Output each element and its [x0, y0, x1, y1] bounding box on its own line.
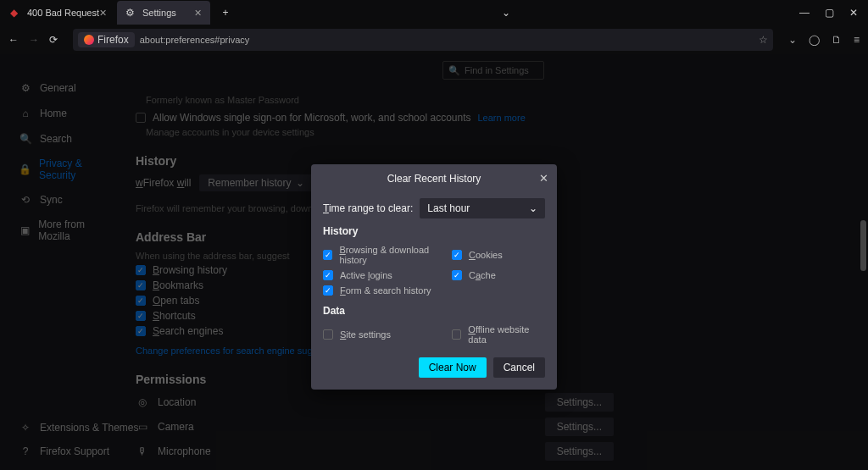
sidebar-item-search[interactable]: 🔍Search: [19, 132, 110, 146]
tabs-dropdown[interactable]: ⌄: [502, 7, 510, 19]
find-placeholder: Find in Settings: [465, 65, 529, 75]
tab-bad-request[interactable]: ◆ 400 Bad Request ✕: [2, 1, 115, 25]
new-tab-button[interactable]: +: [215, 3, 236, 23]
sidebar-item-sync[interactable]: ⟲Sync: [19, 193, 110, 207]
forward-button: →: [29, 34, 39, 46]
sidebar-item-more[interactable]: ▣More from Mozilla: [19, 218, 110, 242]
history-subheading: History: [323, 225, 545, 237]
chk-offline[interactable]: [452, 329, 461, 340]
tab-settings[interactable]: ⚙ Settings ✕: [117, 1, 210, 25]
chevron-down-icon: ⌄: [529, 202, 537, 214]
pocket-icon[interactable]: ⌄: [788, 34, 797, 46]
sync-icon: ⟲: [19, 193, 32, 207]
data-subheading: Data: [323, 305, 545, 317]
search-icon: 🔍: [448, 65, 460, 76]
url-identity: Firefox: [78, 32, 135, 47]
clear-history-dialog: Clear Recent History ✕ Time range to cle…: [311, 164, 557, 390]
back-button[interactable]: ←: [8, 34, 19, 46]
mozilla-icon: ▣: [19, 224, 31, 237]
location-settings-button[interactable]: Settings...: [545, 393, 614, 412]
chk-browsing[interactable]: [323, 250, 332, 260]
sso-checkbox[interactable]: [136, 113, 146, 123]
close-window-icon[interactable]: ✕: [849, 7, 858, 19]
ab-searchengines-checkbox[interactable]: [136, 326, 146, 336]
gear-icon: ⚙: [19, 81, 32, 95]
firefox-icon: [84, 35, 94, 45]
navbar: ← → ⟳ Firefox about:preferences#privacy …: [0, 25, 868, 54]
ab-shortcuts-checkbox[interactable]: [136, 311, 146, 321]
tab-label: 400 Bad Request: [27, 8, 99, 18]
extensions-icon[interactable]: 🗋: [832, 34, 842, 46]
ab-opentabs-checkbox[interactable]: [136, 296, 146, 306]
lock-icon: 🔒: [19, 163, 31, 176]
scrollbar[interactable]: [860, 220, 866, 271]
find-settings-input[interactable]: 🔍 Find in Settings: [442, 61, 544, 80]
tab-label: Settings: [142, 8, 176, 18]
minimize-icon[interactable]: —: [799, 7, 810, 19]
firefox-will-label: wFirefox willFirefox will: [136, 177, 191, 189]
chk-cookies[interactable]: [452, 250, 462, 260]
chk-logins[interactable]: [323, 270, 333, 280]
microphone-icon: 🎙: [136, 445, 149, 457]
bookmark-star-icon[interactable]: ☆: [759, 34, 768, 46]
url-text: about:preferences#privacy: [140, 35, 250, 45]
tab-favicon: ◆: [10, 7, 22, 19]
puzzle-icon: ✧: [19, 421, 32, 434]
master-pw-note: Formerly known as Master Password: [146, 95, 851, 105]
menu-icon[interactable]: ≡: [854, 34, 860, 46]
close-icon[interactable]: ✕: [194, 8, 202, 19]
sso-label: Allow Windows single sign-on for Microso…: [153, 112, 471, 124]
chk-cache[interactable]: [452, 270, 462, 280]
sidebar-item-privacy[interactable]: 🔒Privacy & Security: [19, 158, 110, 181]
account-icon[interactable]: ◯: [809, 34, 820, 46]
search-icon: 🔍: [19, 132, 32, 146]
microphone-settings-button[interactable]: Settings...: [545, 442, 614, 461]
dialog-title: Clear Recent History: [387, 173, 481, 185]
settings-sidebar: ⚙General ⌂Home 🔍Search 🔒Privacy & Securi…: [0, 54, 119, 470]
gear-icon: ⚙: [125, 7, 137, 19]
camera-icon: ▭: [136, 421, 149, 433]
camera-settings-button[interactable]: Settings...: [545, 417, 614, 436]
help-icon: ?: [19, 445, 32, 458]
time-range-select[interactable]: Last hour ⌄: [420, 198, 545, 218]
chk-forms[interactable]: [323, 285, 333, 296]
sso-learn-more[interactable]: Learn more: [478, 113, 526, 123]
clear-now-button[interactable]: Clear Now: [419, 357, 487, 378]
close-icon[interactable]: ✕: [99, 8, 107, 19]
chevron-down-icon: ⌄: [296, 177, 304, 189]
dialog-close-button[interactable]: ✕: [539, 172, 548, 185]
location-icon: ◎: [136, 396, 149, 408]
url-badge-text: Firefox: [97, 34, 129, 46]
cancel-button[interactable]: Cancel: [493, 357, 545, 378]
chk-site-settings[interactable]: [323, 329, 333, 340]
history-mode-select[interactable]: Remember history ⌄: [199, 174, 313, 191]
sidebar-item-home[interactable]: ⌂Home: [19, 107, 110, 120]
sidebar-item-general[interactable]: ⚙General: [19, 81, 110, 95]
ab-bookmarks-checkbox[interactable]: [136, 280, 146, 290]
maximize-icon[interactable]: ▢: [825, 7, 834, 19]
reload-button[interactable]: ⟳: [49, 34, 58, 46]
window-controls: — ▢ ✕: [799, 7, 866, 19]
home-icon: ⌂: [19, 107, 32, 120]
sso-note: Manage accounts in your device settings: [146, 127, 851, 137]
ab-browsing-checkbox[interactable]: [136, 265, 146, 275]
time-range-label: Time range to clear:: [323, 202, 413, 214]
url-bar[interactable]: Firefox about:preferences#privacy ☆: [73, 29, 773, 51]
titlebar: ◆ 400 Bad Request ✕ ⚙ Settings ✕ + ⌄ — ▢…: [0, 0, 868, 25]
